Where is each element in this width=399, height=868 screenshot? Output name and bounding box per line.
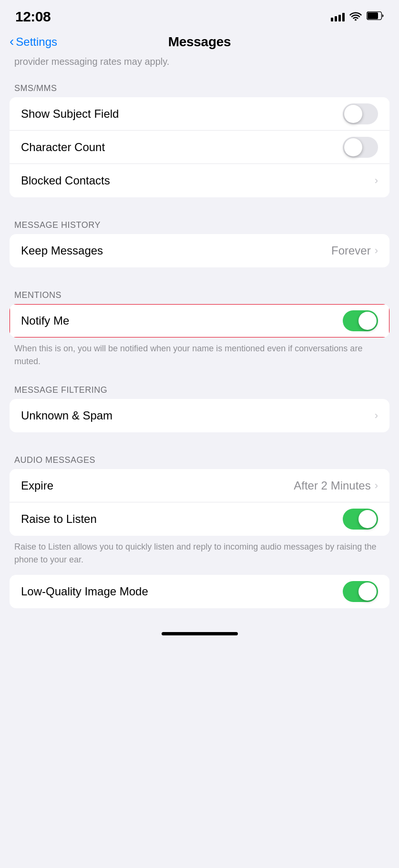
low-quality-image-mode-toggle[interactable] [343,581,378,602]
back-button[interactable]: ‹ Settings [10,35,57,49]
show-subject-field-toggle[interactable] [343,103,378,124]
status-time: 12:08 [15,9,51,25]
audio-messages-section-label: AUDIO MESSAGES [0,447,399,469]
low-quality-group: Low-Quality Image Mode [10,575,389,608]
chevron-right-icon: › [375,245,378,257]
toggle-thumb [358,312,377,330]
blocked-contacts-row[interactable]: Blocked Contacts › [10,164,389,197]
show-subject-field-row: Show Subject Field [10,97,389,131]
expire-row[interactable]: Expire After 2 Minutes › [10,469,389,502]
back-chevron-icon: ‹ [10,35,14,48]
home-indicator-bar [162,632,238,635]
keep-messages-value-text: Forever [331,244,371,257]
unknown-spam-label: Unknown & Spam [21,409,113,422]
message-filtering-group: Unknown & Spam › [10,399,389,432]
raise-to-listen-row: Raise to Listen [10,502,389,536]
character-count-toggle[interactable] [343,137,378,158]
signal-bars-icon [331,12,345,21]
blocked-contacts-label: Blocked Contacts [21,174,110,187]
home-indicator [0,623,399,640]
back-label: Settings [16,35,57,49]
low-quality-image-mode-label: Low-Quality Image Mode [21,585,148,598]
sms-mms-section-label: SMS/MMS [0,75,399,97]
notify-me-label: Notify Me [21,314,69,327]
status-bar: 12:08 [0,0,399,30]
message-history-group: Keep Messages Forever › [10,234,389,267]
character-count-label: Character Count [21,141,105,154]
battery-icon [367,11,384,22]
keep-messages-value: Forever › [331,244,378,257]
message-filtering-section-label: MESSAGE FILTERING [0,377,399,399]
sms-mms-group: Show Subject Field Character Count Block… [10,97,389,197]
chevron-right-icon: › [375,174,378,187]
raise-to-listen-toggle[interactable] [343,509,378,530]
expire-value: After 2 Minutes › [294,479,378,492]
svg-point-0 [355,19,357,20]
svg-rect-2 [368,12,378,19]
toggle-thumb [344,138,362,156]
character-count-row: Character Count [10,131,389,164]
chevron-right-icon: › [375,480,378,492]
toggle-thumb [344,105,362,123]
show-subject-field-label: Show Subject Field [21,107,119,121]
toggle-thumb [358,510,377,528]
low-quality-image-mode-row: Low-Quality Image Mode [10,575,389,608]
message-history-section-label: MESSAGE HISTORY [0,212,399,234]
raise-to-listen-label: Raise to Listen [21,512,97,526]
notify-me-toggle[interactable] [343,310,378,331]
mentions-section-label: MENTIONS [0,282,399,304]
wifi-icon [349,11,362,22]
nav-bar: ‹ Settings Messages [0,30,399,56]
top-scroll-text: provider messaging rates may apply. [0,56,399,75]
status-icons [331,11,384,22]
unknown-spam-row[interactable]: Unknown & Spam › [10,399,389,432]
toggle-thumb [358,582,377,601]
notify-me-row: Notify Me [10,304,389,337]
keep-messages-label: Keep Messages [21,244,103,257]
page-title: Messages [168,34,231,50]
chevron-right-icon: › [375,409,378,422]
keep-messages-row[interactable]: Keep Messages Forever › [10,234,389,267]
audio-messages-description: Raise to Listen allows you to quickly li… [0,536,399,575]
audio-messages-group: Expire After 2 Minutes › Raise to Listen [10,469,389,536]
expire-label: Expire [21,479,53,492]
mentions-description: When this is on, you will be notified wh… [0,337,399,377]
mentions-group: Notify Me [10,304,389,337]
expire-value-text: After 2 Minutes [294,479,370,492]
